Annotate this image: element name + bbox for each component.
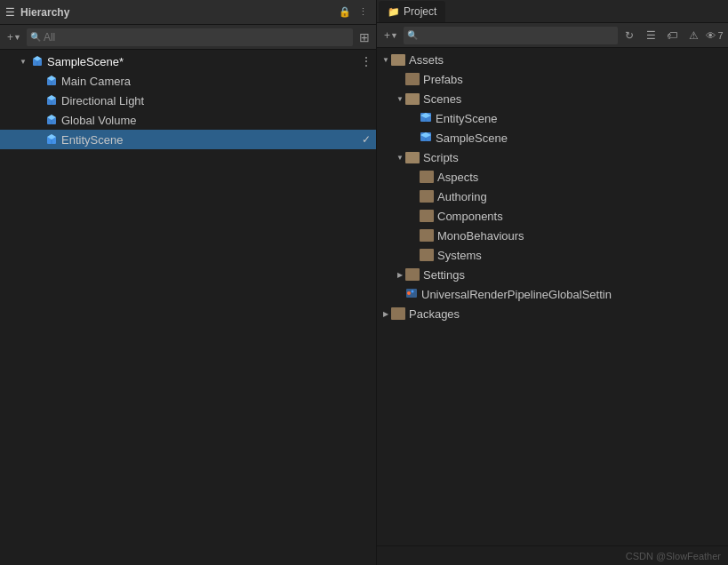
- authoring-label: Authoring: [437, 190, 487, 203]
- project-authoring[interactable]: Authoring: [377, 187, 728, 206]
- project-packages[interactable]: Packages: [377, 304, 728, 323]
- hierarchy-filter-icon[interactable]: ⊞: [356, 29, 372, 45]
- globalvolume-label: Global Volume: [61, 114, 376, 127]
- project-scenes-folder[interactable]: Scenes: [377, 89, 728, 108]
- hierarchy-header: ☰ Hierarchy 🔒 ⋮: [0, 0, 376, 25]
- project-panel: 📁 Project + ▼ 🔍 ↻ ☰ 🏷 ⚠ 👁7: [377, 0, 728, 565]
- scenes-label: Scenes: [423, 92, 461, 106]
- settings-folder-icon: [405, 268, 420, 281]
- hierarchy-toolbar: + ▼ 🔍 ⊞: [0, 25, 376, 50]
- hierarchy-search-box: 🔍: [27, 28, 353, 46]
- systems-label: Systems: [437, 249, 482, 262]
- settings-arrow[interactable]: [395, 269, 405, 280]
- components-folder-icon: [420, 210, 434, 222]
- project-components[interactable]: Components: [377, 206, 728, 226]
- project-samplescene[interactable]: SampleScene: [377, 128, 728, 147]
- scenes-folder-icon: [405, 93, 420, 105]
- directionallight-label: Directional Light: [61, 94, 376, 107]
- project-settings[interactable]: Settings: [377, 265, 728, 284]
- project-scripts-folder[interactable]: Scripts: [377, 147, 728, 167]
- hierarchy-search-input[interactable]: [44, 31, 349, 44]
- project-folder-tab-icon: 📁: [388, 6, 400, 18]
- project-tab-label: Project: [404, 5, 436, 18]
- project-tab-bar: 📁 Project: [377, 0, 728, 23]
- hierarchy-dots-icon[interactable]: ⋮: [355, 4, 371, 20]
- monobehaviours-label: MonoBehaviours: [437, 229, 524, 243]
- project-entityscene[interactable]: EntityScene: [377, 108, 728, 128]
- tree-item-directionallight[interactable]: Directional Light: [0, 91, 376, 110]
- project-search-input[interactable]: [420, 29, 614, 42]
- tree-item-globalvolume[interactable]: Global Volume: [0, 110, 376, 130]
- project-warning-icon[interactable]: ⚠: [684, 26, 703, 45]
- directionallight-icon: [44, 93, 59, 107]
- watermark-text: CSDN @SlowFeather: [626, 551, 721, 561]
- scenes-arrow[interactable]: [395, 93, 405, 104]
- project-tag-icon[interactable]: 🏷: [662, 26, 682, 45]
- project-prefabs[interactable]: Prefabs: [377, 69, 728, 89]
- systems-folder-icon: [420, 249, 434, 261]
- project-add-button[interactable]: + ▼: [380, 28, 402, 44]
- svg-point-25: [412, 290, 414, 292]
- urp-label: UniversalRenderPipelineGlobalSettin: [421, 288, 612, 301]
- samplescene-scene-icon: [420, 131, 432, 146]
- project-visibility-icon[interactable]: 👁7: [705, 26, 724, 45]
- samplescene-dots[interactable]: ⋮: [360, 54, 372, 68]
- settings-label: Settings: [423, 268, 465, 282]
- scripts-folder-icon: [405, 152, 420, 163]
- project-tab[interactable]: 📁 Project: [379, 1, 445, 22]
- entityscene-checkmark: ✓: [362, 133, 371, 146]
- project-systems[interactable]: Systems: [377, 245, 728, 265]
- prefabs-folder-icon: [405, 73, 420, 85]
- project-badge: 7: [717, 30, 723, 41]
- packages-label: Packages: [409, 307, 460, 321]
- hierarchy-lock-icon[interactable]: 🔒: [337, 4, 353, 20]
- samplescene-arrow[interactable]: [18, 56, 28, 67]
- samplescene-label: SampleScene*: [47, 55, 356, 68]
- entityscene-scene-icon: [420, 111, 432, 126]
- bottom-bar: CSDN @SlowFeather: [377, 545, 728, 565]
- project-tree: Assets Prefabs Scenes: [377, 48, 728, 545]
- project-search-box: 🔍: [404, 27, 618, 44]
- urp-icon: [405, 287, 418, 302]
- entityscene-hierarchy-label: EntityScene: [61, 133, 362, 147]
- scripts-arrow[interactable]: [395, 152, 405, 163]
- project-filter-icon[interactable]: ☰: [641, 26, 660, 45]
- project-search-icon: 🔍: [407, 30, 418, 40]
- entityscene-proj-label: EntityScene: [436, 112, 497, 125]
- scripts-label: Scripts: [423, 151, 459, 164]
- tree-item-entityscene[interactable]: EntityScene ✓: [0, 130, 376, 149]
- project-assets[interactable]: Assets: [377, 50, 728, 69]
- tree-item-maincamera[interactable]: Main Camera: [0, 71, 376, 91]
- packages-folder-icon: [391, 307, 405, 320]
- assets-arrow[interactable]: [380, 54, 391, 65]
- hierarchy-search-icon: 🔍: [30, 32, 41, 42]
- components-label: Components: [437, 210, 503, 223]
- aspects-label: Aspects: [437, 171, 478, 184]
- hierarchy-add-button[interactable]: + ▼: [4, 29, 25, 45]
- samplescene-icon: [30, 54, 44, 68]
- samplescene-proj-label: SampleScene: [436, 131, 508, 145]
- hierarchy-title: Hierarchy: [20, 6, 335, 19]
- project-toolbar: + ▼ 🔍 ↻ ☰ 🏷 ⚠ 👁7: [377, 23, 728, 48]
- project-urp[interactable]: UniversalRenderPipelineGlobalSettin: [377, 284, 728, 304]
- project-sync-icon[interactable]: ↻: [620, 26, 639, 45]
- globalvolume-icon: [44, 113, 59, 127]
- hierarchy-tree: SampleScene* ⋮ Main Camera: [0, 50, 376, 565]
- prefabs-label: Prefabs: [423, 73, 463, 86]
- hierarchy-menu-icon: ☰: [5, 6, 15, 19]
- monobehaviours-folder-icon: [420, 229, 434, 242]
- authoring-folder-icon: [420, 190, 434, 203]
- tree-item-samplescene[interactable]: SampleScene* ⋮: [0, 52, 376, 71]
- packages-arrow[interactable]: [380, 308, 391, 319]
- assets-folder-icon: [391, 54, 405, 66]
- entityscene-icon: [44, 132, 59, 147]
- assets-label: Assets: [409, 53, 444, 67]
- svg-point-24: [407, 291, 411, 295]
- hierarchy-panel: ☰ Hierarchy 🔒 ⋮ + ▼ 🔍 ⊞: [0, 0, 377, 565]
- project-monobehaviours[interactable]: MonoBehaviours: [377, 226, 728, 245]
- aspects-folder-icon: [420, 171, 434, 183]
- maincamera-icon: [44, 74, 59, 88]
- project-aspects[interactable]: Aspects: [377, 167, 728, 187]
- maincamera-label: Main Camera: [61, 75, 376, 88]
